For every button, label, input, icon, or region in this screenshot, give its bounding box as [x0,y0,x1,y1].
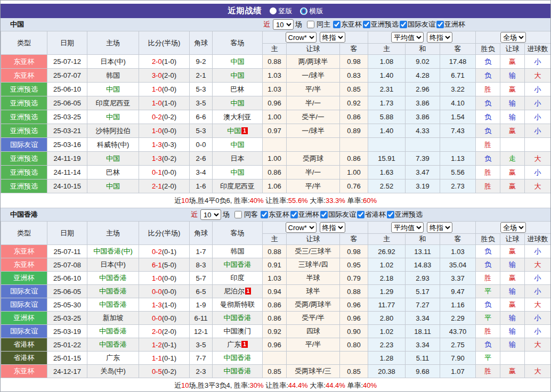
bookmaker-select[interactable]: Crow* [286,32,317,43]
corner-cell: 5-7 [190,272,213,285]
result-goals-cell: 小 [525,96,551,110]
away-team-cell: 中国香港 [213,365,263,378]
avg-home-odds-cell: 1.02 [368,258,406,272]
avg-away-odds-cell: 7.43 [440,124,476,138]
summary-value: 10 [181,197,189,205]
competition-filter-国际友谊[interactable]: 国际友谊 [399,20,435,29]
date-cell: 25-06-10 [47,272,87,285]
competition-filter-亚洲杯[interactable]: 亚洲杯 [435,20,465,29]
result-handicap-cell: 赢 [500,365,525,378]
avg-home-odds-cell: 1.40 [368,124,406,138]
recent-count-select[interactable]: 10 [273,19,294,30]
corner-cell: 3-4 [190,166,213,179]
date-cell: 25-01-15 [47,352,87,365]
col-res-handicap: 让球 [500,234,525,245]
bk-away-odds-cell: 0.76 [340,179,368,193]
competition-label: 亚洲预选 [395,210,423,219]
competition-checkbox[interactable] [400,21,407,28]
competition-checkbox[interactable] [363,21,370,28]
avg-draw-odds-cell: 3.86 [406,110,440,124]
average-period-select[interactable]: 终指 [427,32,452,43]
recent-count-select[interactable]: 10 [200,209,221,220]
competition-label: 东亚杯 [341,20,362,29]
score-cell: 2-1(2-0) [139,179,190,193]
result-goals-cell: 小 [525,55,551,69]
bk-away-odds-cell: 0.83 [340,69,368,83]
avg-home-odds-cell: 1.73 [368,96,406,110]
games-label: 场 [223,210,230,219]
bk-home-odds-cell: 0.88 [263,245,287,258]
competition-checkbox[interactable] [333,21,341,28]
scope-select[interactable]: 全场 [500,222,526,233]
summary-value: 60% [363,197,377,205]
same-venue-label: 同客 [244,210,258,219]
competition-checkbox[interactable] [261,211,268,218]
average-select[interactable]: 平均值 [391,222,424,233]
date-cell: 25-06-05 [47,285,87,298]
type-cell: 东亚杯 [1,365,47,378]
score-cell: 0-2(0-1) [139,245,190,258]
average-period-select[interactable]: 终指 [427,222,452,233]
competition-checkbox[interactable] [387,211,394,218]
avg-away-odds-cell: 2.75 [440,338,476,352]
date-cell: 24-11-19 [47,152,87,166]
competition-checkbox[interactable] [357,211,364,218]
avg-away-odds-cell [440,138,476,152]
average-select[interactable]: 平均值 [391,32,424,43]
same-venue-checkbox[interactable] [234,211,242,218]
bookmaker-period-select[interactable]: 终指 [320,32,345,43]
corner-cell: 9-2 [190,55,213,69]
competition-checkbox[interactable] [436,21,444,28]
result-wdl-cell: 胜 [476,272,500,285]
competition-checkbox[interactable] [290,211,298,218]
bk-handicap-cell: 一/球半 [287,124,340,138]
corner-cell: 5-3 [190,124,213,138]
filter-controls: 近 10 场 同主 东亚杯亚洲预选国际友谊亚洲杯 [263,19,465,30]
competition-filter-东亚杯[interactable]: 东亚杯 [332,20,362,29]
home-team-cell: 科威特(中) [87,138,139,152]
bookmaker-select-cell: Crow* 终指 [263,222,368,234]
result-handicap-cell [500,352,525,365]
filter-bar: 中国 近 10 场 同主 东亚杯亚洲预选国际友谊亚洲杯 [1,18,550,31]
radio-vertical-layout[interactable]: 竖版 [270,6,293,16]
bk-handicap-cell: 受半/一 [287,110,340,124]
bookmaker-select[interactable]: Crow* [286,222,317,233]
bk-home-odds-cell: 0.97 [263,124,287,138]
date-cell: 25-07-08 [47,258,87,272]
home-team-cell: 中国香港 [87,338,139,352]
same-venue-checkbox[interactable] [307,21,314,28]
bk-handicap-cell: 四球 [287,325,340,338]
filter-controls: 近 10 场 同客 东亚杯亚洲杯国际友谊省港杯亚洲预选 [191,209,423,220]
radio-horizontal-layout[interactable]: 横版 [300,6,323,16]
competition-filter-东亚杯[interactable]: 东亚杯 [260,210,289,219]
avg-away-odds-cell: 2.73 [440,179,476,193]
result-handicap-cell: 赢 [500,166,525,179]
bookmaker-period-select[interactable]: 终指 [320,222,345,233]
bk-away-odds-cell: 0.90 [340,325,368,338]
team-name: 中国 [1,20,24,29]
bk-handicap-cell [287,138,340,152]
bk-home-odds-cell: 1.03 [263,69,287,83]
competition-filter-亚洲预选[interactable]: 亚洲预选 [386,210,423,219]
competition-filter-国际友谊[interactable]: 国际友谊 [319,210,356,219]
type-cell: 亚洲预选 [1,124,47,138]
avg-draw-odds-cell: 7.27 [406,298,440,312]
avg-away-odds-cell: 43.70 [440,325,476,338]
date-cell: 25-01-22 [47,338,87,352]
avg-away-odds-cell: 17.48 [440,55,476,69]
bk-home-odds-cell: 0.86 [263,298,287,312]
date-cell: 25-03-16 [47,138,87,152]
competition-filter-亚洲预选[interactable]: 亚洲预选 [362,20,399,29]
match-row: 东亚杯25-07-08日本(中)6-1(5-0)8-3中国香港0.91三球半/四… [1,258,551,272]
away-team-cell: 澳大利亚 [213,110,263,124]
competition-filter-亚洲杯[interactable]: 亚洲杯 [289,210,319,219]
avg-home-odds-cell: 5.88 [368,110,406,124]
scope-select[interactable]: 全场 [500,32,526,43]
result-wdl-cell: 负 [476,245,500,258]
competition-filter-省港杯[interactable]: 省港杯 [356,210,386,219]
result-handicap-cell: 赢 [500,245,525,258]
result-goals-cell: 大 [525,298,551,312]
score-cell: 1-0(0-0) [139,83,190,96]
competition-checkbox[interactable] [320,211,328,218]
section-china: 中国 近 10 场 同主 东亚杯亚洲预选国际友谊亚洲杯 类型 日期 [1,18,550,208]
